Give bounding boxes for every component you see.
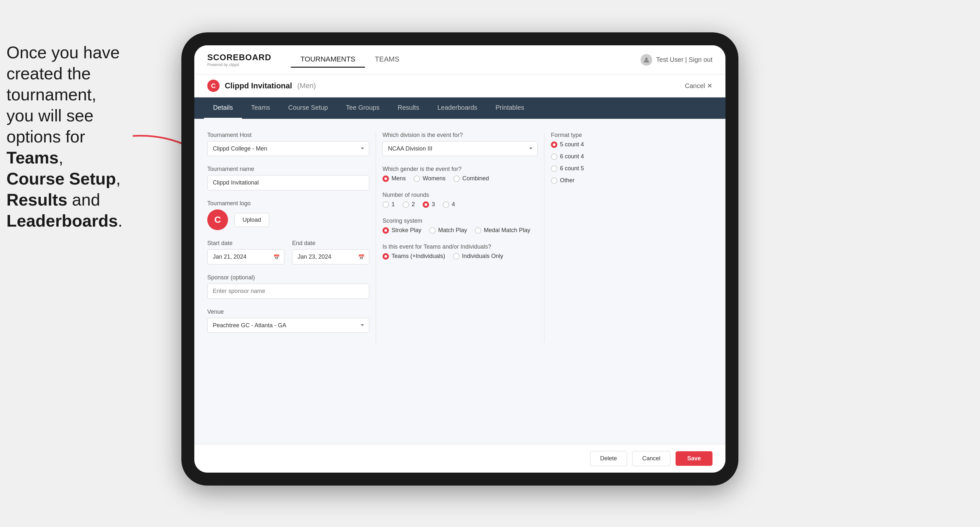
tournament-name-input[interactable] [207,175,369,190]
format-radio-group: 5 count 4 6 count 4 6 count 5 [551,141,713,184]
user-avatar [641,54,652,66]
scoring-medal-radio[interactable] [475,227,481,234]
start-date-wrap: 📅 [207,249,284,265]
logo-sub: Powered by clippd [207,62,271,67]
delete-button[interactable]: Delete [590,451,627,466]
gender-womens[interactable]: Womens [414,175,445,182]
save-button[interactable]: Save [676,451,713,466]
format-6count5-radio[interactable] [551,165,557,172]
tournament-name-group: Tournament name [207,166,369,190]
breadcrumb-icon: C [207,79,220,92]
header-user: Test User | Sign out [641,54,713,66]
tournament-logo-group: Tournament logo C Upload [207,200,369,230]
sub-nav-tab-course-setup[interactable]: Course Setup [279,97,337,119]
rounds-1[interactable]: 1 [382,201,395,208]
sub-nav-tab-printables[interactable]: Printables [487,97,533,119]
scoring-label: Scoring system [382,217,538,224]
cancel-button-footer[interactable]: Cancel [632,451,670,466]
format-6count4[interactable]: 6 count 4 [551,153,713,160]
tournament-logo-label: Tournament logo [207,200,369,207]
end-date-group: End date 📅 [292,240,369,265]
venue-select[interactable]: Peachtree GC - Atlanta - GA [207,318,369,333]
nav-tab-teams[interactable]: TEAMS [365,52,409,68]
sub-nav-tab-details[interactable]: Details [204,97,242,119]
form-col-3: Format type 5 count 4 6 count 4 [544,132,713,343]
format-6count4-radio[interactable] [551,154,557,160]
venue-group: Venue Peachtree GC - Atlanta - GA [207,308,369,333]
gender-radio-group: Mens Womens Combined [382,175,538,182]
rounds-label: Number of rounds [382,192,538,198]
form-footer: Delete Cancel Save [194,444,725,473]
nav-tab-tournaments[interactable]: TOURNAMENTS [291,52,365,68]
end-date-wrap: 📅 [292,249,369,265]
end-date-input[interactable] [292,249,369,265]
gender-womens-radio[interactable] [414,175,420,182]
individuals-only[interactable]: Individuals Only [453,253,503,260]
sub-nav-tab-leaderboards[interactable]: Leaderboards [428,97,486,119]
scoring-stroke-radio[interactable] [382,227,389,234]
sub-nav-tab-teams[interactable]: Teams [242,97,279,119]
breadcrumb-title: Clippd Invitational [225,81,292,90]
app-header: SCOREBOARD Powered by clippd TOURNAMENTS… [194,45,725,75]
tournament-name-label: Tournament name [207,166,369,173]
rounds-2-radio[interactable] [402,202,409,208]
breadcrumb-content: C Clippd Invitational (Men) [207,79,316,92]
format-label: Format type [551,132,713,138]
rounds-3[interactable]: 3 [423,201,435,208]
scoring-match[interactable]: Match Play [429,227,467,234]
gender-label: Which gender is the event for? [382,166,538,173]
breadcrumb-bar: C Clippd Invitational (Men) Cancel ✕ [194,75,725,97]
sponsor-input[interactable] [207,284,369,299]
calendar-icon: 📅 [273,254,280,260]
gender-combined-radio[interactable] [453,175,460,182]
format-5count4[interactable]: 5 count 4 [551,141,713,148]
format-6count5[interactable]: 6 count 5 [551,165,713,172]
teams-plus-individuals[interactable]: Teams (+Individuals) [382,253,445,260]
gender-combined[interactable]: Combined [453,175,489,182]
venue-label: Venue [207,308,369,315]
form-col-1: Tournament Host Clippd College - Men Tou… [207,132,375,343]
start-date-group: Start date 📅 [207,240,284,265]
rounds-1-radio[interactable] [382,202,389,208]
division-group: Which division is the event for? NCAA Di… [382,132,538,156]
rounds-2[interactable]: 2 [402,201,415,208]
scoring-stroke[interactable]: Stroke Play [382,227,422,234]
rounds-3-radio[interactable] [423,202,429,208]
teams-plus-individuals-radio[interactable] [382,253,389,260]
sponsor-group: Sponsor (optional) [207,274,369,299]
sub-nav-tab-results[interactable]: Results [389,97,428,119]
format-other[interactable]: Other [551,177,713,184]
user-signin-text[interactable]: Test User | Sign out [656,56,713,63]
logo-circle: C [207,210,228,230]
gender-mens[interactable]: Mens [382,175,406,182]
division-label: Which division is the event for? [382,132,538,138]
start-date-label: Start date [207,240,284,247]
calendar-icon-2: 📅 [358,254,365,260]
scoring-match-radio[interactable] [429,227,436,234]
upload-button[interactable]: Upload [234,213,269,227]
gender-mens-radio[interactable] [382,175,389,182]
breadcrumb-subtitle: (Men) [297,82,316,90]
start-date-input[interactable] [207,249,284,265]
cancel-button[interactable]: Cancel ✕ [685,82,713,90]
division-select[interactable]: NCAA Division III [382,141,538,156]
teams-radio-group: Teams (+Individuals) Individuals Only [382,253,538,260]
individuals-only-radio[interactable] [453,253,460,260]
sponsor-label: Sponsor (optional) [207,274,369,281]
top-nav: TOURNAMENTS TEAMS [291,52,641,68]
teams-group: Is this event for Teams and/or Individua… [382,243,538,260]
format-other-radio[interactable] [551,178,557,184]
scoring-radio-group: Stroke Play Match Play Medal Match Play [382,227,538,234]
rounds-4[interactable]: 4 [443,201,455,208]
scoring-medal[interactable]: Medal Match Play [475,227,530,234]
gender-group: Which gender is the event for? Mens Wome… [382,166,538,182]
format-5count4-radio[interactable] [551,141,557,148]
rounds-4-radio[interactable] [443,202,449,208]
tablet-shell: SCOREBOARD Powered by clippd TOURNAMENTS… [181,32,738,486]
sub-nav-tab-tee-groups[interactable]: Tee Groups [337,97,388,119]
sub-nav: Details Teams Course Setup Tee Groups Re… [194,97,725,119]
tournament-host-select[interactable]: Clippd College - Men [207,141,369,156]
teams-label: Is this event for Teams and/or Individua… [382,243,538,250]
logo-area: SCOREBOARD Powered by clippd [207,52,271,67]
tournament-host-label: Tournament Host [207,132,369,138]
